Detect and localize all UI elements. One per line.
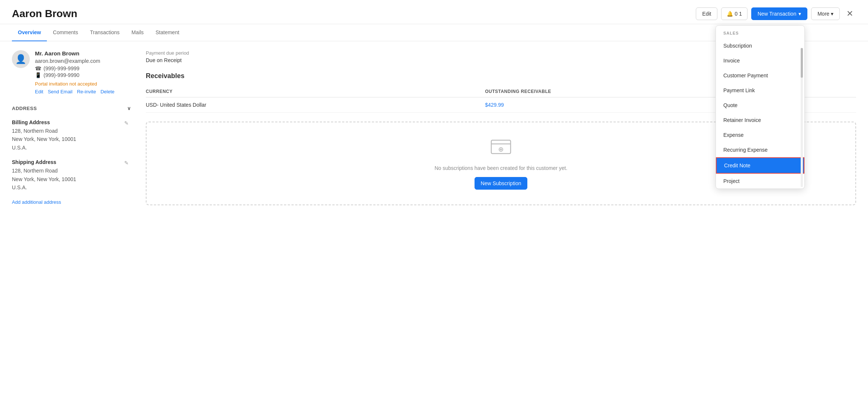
tab-mails[interactable]: Mails bbox=[126, 24, 150, 41]
dropdown-item-invoice[interactable]: Invoice bbox=[716, 53, 804, 68]
new-transaction-dropdown: SALES Subscription Invoice Customer Paym… bbox=[716, 25, 805, 189]
contact-name: Mr. Aaron Brown bbox=[35, 50, 115, 57]
contact-details: Mr. Aaron Brown aaron.brown@example.com … bbox=[35, 50, 115, 94]
billing-address-block: Billing Address 128, Northern Road New Y… bbox=[12, 119, 131, 152]
dropdown-item-quote[interactable]: Quote bbox=[716, 98, 804, 113]
shipping-address-content: Shipping Address 128, Northern Road New … bbox=[12, 159, 76, 191]
shipping-title: Shipping Address bbox=[12, 159, 76, 165]
billing-edit-icon[interactable]: ✎ bbox=[122, 119, 131, 127]
dropdown-item-credit-note[interactable]: Credit Note bbox=[716, 157, 804, 174]
reinvite-link[interactable]: Re-invite bbox=[77, 89, 96, 94]
new-transaction-label: New Transaction bbox=[758, 11, 796, 17]
more-button[interactable]: More ▾ bbox=[811, 7, 840, 20]
billing-title: Billing Address bbox=[12, 119, 76, 125]
counter-icon: 🔔 bbox=[727, 11, 733, 17]
counter-button[interactable]: 🔔 0 1 bbox=[721, 7, 747, 20]
dropdown-item-expense[interactable]: Expense bbox=[716, 128, 804, 142]
dropdown-item-subscription[interactable]: Subscription bbox=[716, 38, 804, 53]
contact-mobile: 📱 (999)-999-9990 bbox=[35, 72, 115, 78]
portal-status: Portal invitation not accepted bbox=[35, 81, 115, 87]
dropdown-item-recurring-expense[interactable]: Recurring Expense bbox=[716, 142, 804, 157]
dropdown-arrow-icon: ▾ bbox=[798, 11, 801, 17]
left-panel: 👤 Mr. Aaron Brown aaron.brown@example.co… bbox=[12, 50, 131, 205]
phone-icon: ☎ bbox=[35, 65, 41, 71]
billing-address-row: Billing Address 128, Northern Road New Y… bbox=[12, 119, 131, 152]
address-section: ADDRESS ∨ Billing Address 128, Northern … bbox=[12, 102, 131, 205]
new-transaction-button[interactable]: New Transaction ▾ bbox=[751, 7, 807, 20]
tab-transactions[interactable]: Transactions bbox=[84, 24, 126, 41]
scrollbar-track bbox=[801, 48, 803, 187]
shipping-address-row: Shipping Address 128, Northern Road New … bbox=[12, 159, 131, 191]
contact-links: Edit Send Email Re-invite Delete bbox=[35, 89, 115, 94]
chevron-icon: ∨ bbox=[127, 106, 131, 111]
header-actions: Edit 🔔 0 1 New Transaction ▾ More ▾ ✕ bbox=[696, 7, 856, 20]
subscription-icon bbox=[490, 137, 512, 159]
billing-address-content: Billing Address 128, Northern Road New Y… bbox=[12, 119, 76, 152]
close-button[interactable]: ✕ bbox=[843, 7, 856, 20]
shipping-edit-icon[interactable]: ✎ bbox=[122, 159, 131, 167]
edit-contact-link[interactable]: Edit bbox=[35, 89, 43, 94]
contact-email: aaron.brown@example.com bbox=[35, 58, 115, 64]
tab-comments[interactable]: Comments bbox=[47, 24, 84, 41]
counter-value: 0 1 bbox=[734, 11, 742, 17]
page-title: Aaron Brown bbox=[12, 8, 696, 20]
dropdown-section-label: SALES bbox=[716, 26, 804, 38]
shipping-address-block: Shipping Address 128, Northern Road New … bbox=[12, 159, 131, 191]
contact-info: 👤 Mr. Aaron Brown aaron.brown@example.co… bbox=[12, 50, 131, 94]
dropdown-scrollable: SALES Subscription Invoice Customer Paym… bbox=[716, 26, 804, 189]
header: Aaron Brown Edit 🔔 0 1 New Transaction ▾… bbox=[0, 0, 868, 24]
dropdown-item-payment-link[interactable]: Payment Link bbox=[716, 83, 804, 98]
delete-link[interactable]: Delete bbox=[100, 89, 115, 94]
amount-link[interactable]: $429.99 bbox=[485, 102, 504, 108]
subscription-message: No subscriptions have been created for t… bbox=[434, 165, 567, 171]
currency-column-header: CURRENCY bbox=[146, 86, 485, 97]
new-subscription-button[interactable]: New Subscription bbox=[475, 177, 528, 190]
scrollbar-thumb[interactable] bbox=[801, 48, 803, 78]
mobile-icon: 📱 bbox=[35, 72, 41, 78]
shipping-details: 128, Northern Road New York, New York, 1… bbox=[12, 167, 76, 191]
billing-details: 128, Northern Road New York, New York, 1… bbox=[12, 127, 76, 152]
address-section-label: ADDRESS bbox=[12, 106, 37, 111]
dropdown-item-customer-payment[interactable]: Customer Payment bbox=[716, 68, 804, 83]
dropdown-item-project[interactable]: Project bbox=[716, 174, 804, 189]
contact-phone: ☎ (999)-999-9999 bbox=[35, 65, 115, 71]
avatar: 👤 bbox=[12, 50, 30, 68]
edit-button[interactable]: Edit bbox=[696, 7, 717, 20]
address-header[interactable]: ADDRESS ∨ bbox=[12, 102, 131, 115]
send-email-link[interactable]: Send Email bbox=[48, 89, 72, 94]
tab-statement[interactable]: Statement bbox=[150, 24, 185, 41]
tab-overview[interactable]: Overview bbox=[12, 24, 47, 41]
person-icon: 👤 bbox=[15, 54, 26, 64]
add-address-link[interactable]: Add additional address bbox=[12, 199, 61, 205]
dropdown-item-retainer-invoice[interactable]: Retainer Invoice bbox=[716, 113, 804, 128]
currency-cell: USD- United States Dollar bbox=[146, 97, 485, 113]
